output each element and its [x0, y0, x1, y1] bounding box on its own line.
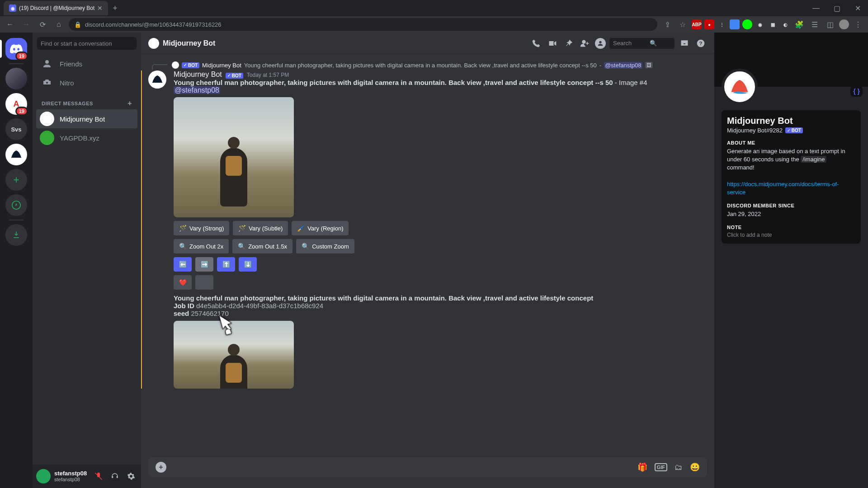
friends-tab[interactable]: Friends — [36, 54, 137, 73]
member-since-value: Jan 29, 2022 — [727, 210, 855, 218]
minimize-button[interactable]: — — [806, 0, 826, 16]
browser-tab[interactable]: ◉ (19) Discord | @Midjourney Bot ✕ — [4, 1, 108, 15]
direct-messages-header: DIRECT MESSAGES + — [36, 92, 137, 109]
web-button[interactable] — [195, 275, 213, 290]
help-button[interactable]: ? — [694, 37, 707, 50]
prompt-text: Young cheerful man photographer, taking … — [174, 79, 707, 86]
video-call-button[interactable] — [546, 37, 559, 50]
chrome-menu-icon[interactable]: ⋮ — [852, 18, 864, 31]
download-apps-button[interactable] — [5, 224, 27, 246]
dm-item-yagpdb[interactable]: YAGPDB.xyz — [36, 128, 137, 147]
generated-image-2[interactable] — [174, 321, 294, 389]
nitro-tab[interactable]: Nitro — [36, 73, 137, 92]
share-icon[interactable]: ⇪ — [661, 18, 674, 31]
inbox-button[interactable] — [678, 37, 691, 50]
bot-tag: BOT — [226, 73, 243, 79]
add-server-button[interactable]: + — [5, 169, 27, 191]
reply-mention[interactable]: @stefanstp08 — [604, 62, 642, 69]
about-me-label: ABOUT ME — [727, 140, 855, 145]
extension-icon-5[interactable] — [742, 19, 752, 29]
home-button[interactable]: ⌂ — [52, 18, 65, 31]
user-mention[interactable]: @stefanstp08 — [174, 86, 220, 94]
mute-mic-button[interactable] — [92, 470, 105, 483]
tos-link[interactable]: https://docs.midjourney.com/docs/terms-o… — [727, 181, 839, 196]
attach-button[interactable]: + — [156, 462, 166, 473]
zoom-out-1-5x-button[interactable]: 🔍Zoom Out 1.5x — [232, 239, 292, 253]
extensions-menu-icon[interactable]: 🧩 — [793, 18, 806, 31]
custom-zoom-button[interactable]: 🔍Custom Zoom — [296, 239, 354, 253]
job-metadata: Young cheerful man photographer, taking … — [174, 294, 707, 317]
create-dm-button[interactable]: + — [127, 99, 132, 108]
zoom-out-2x-button[interactable]: 🔍Zoom Out 2x — [174, 239, 229, 253]
pan-right-button[interactable]: ➡️ — [195, 257, 213, 272]
chat-area: Midjourney Bot Search 🔍 ? BOT Midjourney… — [141, 33, 714, 488]
gif-button[interactable]: GIF — [655, 463, 667, 471]
dm-search-input[interactable]: Find or start a conversation — [37, 37, 137, 50]
forward-button[interactable]: → — [20, 18, 33, 31]
server-icon-3[interactable]: Svs — [5, 118, 27, 140]
extension-icon-7[interactable]: ▦ — [768, 19, 778, 29]
side-panel-icon[interactable]: ◫ — [824, 18, 836, 31]
emoji-button[interactable]: 😀 — [690, 462, 700, 472]
message-avatar[interactable] — [148, 70, 166, 89]
direct-messages-button[interactable]: 19 — [5, 38, 27, 60]
profile-banner: { } — [714, 33, 868, 87]
bookmark-icon[interactable]: ☆ — [676, 18, 689, 31]
user-settings-button[interactable] — [125, 470, 137, 483]
pan-up-button[interactable]: ⬆️ — [217, 257, 235, 272]
button-row-pan: ⬅️ ➡️ ⬆️ ⬇️ — [174, 257, 707, 272]
user-name-block[interactable]: stefanstp08 stefanstp08 — [54, 470, 89, 483]
extension-icon-3[interactable]: ⋮ — [717, 19, 727, 29]
profile-badges[interactable]: { } — [850, 86, 863, 97]
chat-search-input[interactable]: Search 🔍 — [609, 38, 675, 49]
server-icon-1[interactable] — [5, 68, 27, 89]
extension-icon-6[interactable]: ◉ — [755, 19, 765, 29]
tab-close-icon[interactable]: ✕ — [97, 5, 103, 12]
extension-icon-4[interactable] — [730, 19, 740, 29]
reply-reference[interactable]: BOT Midjourney Bot Young cheerful man ph… — [174, 61, 707, 70]
add-friends-button[interactable] — [579, 37, 591, 50]
url-field[interactable]: 🔒 discord.com/channels/@me/1063443749197… — [69, 18, 657, 31]
note-input[interactable]: Click to add a note — [727, 232, 855, 238]
reply-avatar — [172, 61, 179, 69]
bot-tag: BOT — [785, 127, 803, 133]
generated-image[interactable] — [174, 97, 294, 217]
profile-avatar-icon[interactable] — [839, 19, 849, 29]
server-icon-midjourney[interactable] — [5, 144, 27, 165]
extension-icon-8[interactable]: ◐ — [780, 19, 790, 29]
vary-subtle-button[interactable]: 🪄Vary (Subtle) — [233, 221, 288, 235]
sticker-button[interactable]: 🗂 — [675, 463, 683, 472]
user-tag: stefanstp08 — [54, 477, 89, 483]
pan-left-button[interactable]: ⬅️ — [174, 257, 192, 272]
dm-item-midjourney[interactable]: Midjourney Bot — [36, 109, 137, 128]
new-tab-button[interactable]: + — [108, 4, 122, 13]
nitro-icon — [40, 75, 54, 90]
reading-list-icon[interactable]: ☰ — [808, 18, 821, 31]
gift-button[interactable]: 🎁 — [637, 462, 647, 472]
voice-call-button[interactable] — [530, 37, 542, 50]
pinned-messages-button[interactable] — [562, 37, 575, 50]
close-window-button[interactable]: ✕ — [847, 0, 868, 16]
rail-separator — [9, 63, 24, 64]
user-avatar[interactable] — [36, 469, 51, 483]
server-icon-2[interactable]: A19 — [5, 93, 27, 115]
vary-strong-button[interactable]: 🪄Vary (Strong) — [174, 221, 229, 235]
profile-avatar[interactable] — [722, 69, 758, 105]
message-composer[interactable]: + 🎁 GIF 🗂 😀 — [148, 457, 707, 477]
deafen-button[interactable] — [108, 470, 121, 483]
message-author[interactable]: Midjourney Bot — [174, 70, 222, 79]
pan-down-button[interactable]: ⬇️ — [239, 257, 257, 272]
abp-extension-icon[interactable]: ABP — [692, 19, 702, 29]
back-button[interactable]: ← — [4, 18, 16, 31]
message: Midjourney Bot BOT Today at 1:57 PM Youn… — [141, 70, 707, 389]
midjourney-logo-icon — [9, 148, 23, 161]
reload-button[interactable]: ⟳ — [36, 18, 49, 31]
maximize-button[interactable]: ▢ — [826, 0, 847, 16]
explore-servers-button[interactable] — [5, 194, 27, 216]
note-label: NOTE — [727, 225, 855, 230]
message-list[interactable]: BOT Midjourney Bot Young cheerful man ph… — [141, 54, 714, 457]
extension-icon-2[interactable]: ● — [704, 19, 714, 29]
favorite-button[interactable]: ❤️ — [174, 275, 192, 290]
user-profile-button[interactable] — [595, 38, 606, 49]
vary-region-button[interactable]: 🖌️Vary (Region) — [292, 221, 349, 235]
